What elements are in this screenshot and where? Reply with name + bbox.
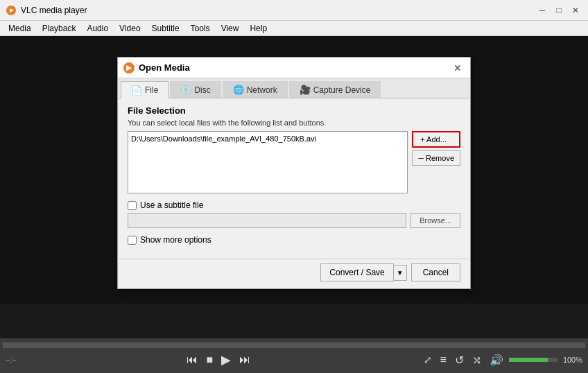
file-section-title: File Selection: [128, 105, 460, 116]
subtitle-row: Use a subtitle file: [128, 200, 460, 210]
dialog-footer: Convert / Save ▼ Cancel: [118, 259, 470, 288]
eq-button[interactable]: ≡: [438, 352, 449, 367]
menu-video[interactable]: Video: [114, 22, 146, 35]
frame-toggle-button[interactable]: ⤢: [421, 353, 435, 367]
subtitle-label-text: Use a subtitle file: [140, 200, 203, 210]
add-button[interactable]: + Add...: [412, 131, 460, 148]
menu-help[interactable]: Help: [244, 22, 273, 35]
dialog-close-button[interactable]: ✕: [451, 61, 465, 75]
subtitle-path-row: Browse...: [128, 213, 460, 228]
dialog-tabs: 📄 File 💿 Disc 🌐 Network 🎥 Capture Device: [118, 78, 470, 98]
volume-label: 100%: [563, 356, 582, 364]
title-bar: VLC media player ─ □ ✕: [0, 0, 588, 21]
controls-row: --:-- ⏮ ■ ▶ ⏭ ⤢ ≡ ↺ ⤭ 🔊 100%: [0, 351, 588, 369]
file-path: D:\Users\Downloads\file_example_AVI_480_…: [131, 135, 316, 143]
maximize-button[interactable]: □: [552, 3, 566, 17]
open-media-dialog: ▶ Open Media ✕ 📄 File 💿 Disc 🌐: [117, 57, 471, 289]
convert-save-dropdown[interactable]: ▼: [394, 265, 407, 281]
next-button[interactable]: ⏭: [236, 352, 253, 367]
progress-bar[interactable]: [3, 342, 585, 348]
close-button[interactable]: ✕: [569, 3, 582, 17]
show-more-text: Show more options: [140, 235, 211, 245]
player-area: ▶ Open Media ✕ 📄 File 💿 Disc 🌐: [0, 36, 588, 338]
tab-file-label: File: [145, 85, 158, 95]
controls-bar: --:-- ⏮ ■ ▶ ⏭ ⤢ ≡ ↺ ⤭ 🔊 100%: [0, 338, 588, 373]
disc-tab-icon: 💿: [180, 85, 191, 95]
capture-tab-icon: 🎥: [300, 85, 311, 95]
tab-network[interactable]: 🌐 Network: [223, 81, 288, 98]
dialog-title: Open Media: [139, 62, 451, 73]
time-display: --:--: [6, 356, 17, 364]
file-section-desc: You can select local files with the foll…: [128, 119, 460, 127]
subtitle-checkbox-label[interactable]: Use a subtitle file: [128, 200, 203, 210]
dialog-title-bar: ▶ Open Media ✕: [118, 58, 470, 78]
volume-bar-area: 100%: [509, 356, 582, 364]
menu-tools[interactable]: Tools: [185, 22, 216, 35]
volume-fill: [509, 358, 548, 362]
network-tab-icon: 🌐: [233, 85, 244, 95]
cancel-button[interactable]: Cancel: [411, 263, 460, 281]
dialog-content: File Selection You can select local file…: [118, 98, 470, 259]
convert-save-group: Convert / Save ▼: [320, 263, 406, 281]
prev-button[interactable]: ⏮: [184, 352, 200, 367]
menu-media[interactable]: Media: [3, 22, 37, 35]
browse-button[interactable]: Browse...: [410, 213, 460, 228]
subtitle-checkbox[interactable]: [128, 201, 137, 210]
menu-bar: Media Playback Audio Video Subtitle Tool…: [0, 21, 588, 36]
file-list-box[interactable]: D:\Users\Downloads\file_example_AVI_480_…: [128, 131, 408, 193]
tab-disc-label: Disc: [194, 85, 210, 95]
play-button[interactable]: ▶: [218, 351, 234, 369]
tab-file[interactable]: 📄 File: [121, 81, 168, 98]
file-list-container: D:\Users\Downloads\file_example_AVI_480_…: [128, 131, 460, 193]
convert-save-button[interactable]: Convert / Save: [320, 263, 393, 281]
menu-playback[interactable]: Playback: [37, 22, 82, 35]
menu-audio[interactable]: Audio: [81, 22, 114, 35]
subtitle-input[interactable]: [128, 213, 406, 228]
volume-icon: 🔊: [487, 352, 506, 368]
show-more-row: Show more options: [128, 235, 460, 245]
window-controls: ─ □ ✕: [535, 3, 582, 17]
file-list-buttons: + Add... ─ Remove: [412, 131, 460, 193]
show-more-checkbox[interactable]: [128, 236, 137, 245]
tab-network-label: Network: [247, 85, 277, 95]
tab-disc[interactable]: 💿 Disc: [170, 81, 220, 98]
stop-button[interactable]: ■: [203, 352, 216, 367]
remove-button[interactable]: ─ Remove: [412, 150, 460, 166]
show-more-label[interactable]: Show more options: [128, 235, 211, 245]
app-title: VLC media player: [21, 6, 535, 15]
modal-overlay: ▶ Open Media ✕ 📄 File 💿 Disc 🌐: [0, 36, 588, 304]
tab-capture[interactable]: 🎥 Capture Device: [289, 81, 381, 98]
app-icon: [6, 5, 17, 16]
loop-button[interactable]: ↺: [452, 352, 467, 368]
volume-bar[interactable]: [509, 358, 557, 362]
menu-view[interactable]: View: [216, 22, 245, 35]
dialog-icon: ▶: [123, 62, 135, 73]
tab-capture-label: Capture Device: [313, 85, 371, 95]
minimize-button[interactable]: ─: [535, 3, 549, 17]
file-tab-icon: 📄: [131, 85, 142, 96]
vlc-window: VLC media player ─ □ ✕ Media Playback Au…: [0, 0, 588, 373]
menu-subtitle[interactable]: Subtitle: [146, 22, 185, 35]
random-button[interactable]: ⤭: [469, 352, 484, 368]
